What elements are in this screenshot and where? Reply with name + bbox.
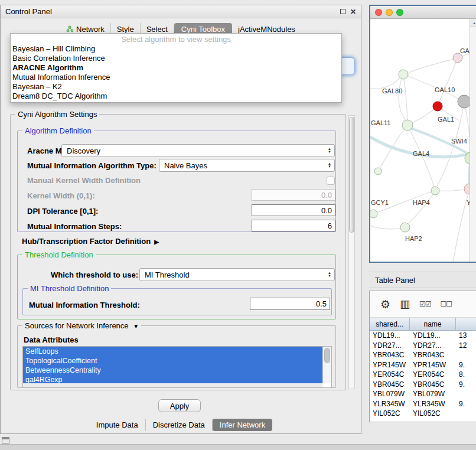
- network-node[interactable]: [374, 168, 382, 175]
- network-edge: [438, 58, 458, 106]
- table-cell: YPR145W: [370, 361, 410, 369]
- zoom-traffic-icon[interactable]: [396, 9, 403, 16]
- table-row[interactable]: YPR145WYPR145W9.: [370, 360, 476, 370]
- mi-steps-field[interactable]: 6: [252, 220, 335, 231]
- table-row[interactable]: YBL079WYBL079W: [370, 389, 476, 399]
- node-label: GCY1: [371, 199, 389, 206]
- tab-discretize-data[interactable]: Discretize Data: [146, 419, 213, 431]
- table-header-row: shared...name: [370, 318, 476, 331]
- node-label: GAL80: [382, 87, 402, 94]
- table-cell: YDR27...: [410, 341, 456, 350]
- mi-type-label: Mutual Information Algorithm Type:: [27, 161, 157, 170]
- settings-scrollbar-thumb[interactable]: [349, 117, 354, 233]
- table-toolbar: ⚙ ▥ ☑☑ ☐☐: [370, 291, 476, 318]
- tab-infer-network[interactable]: Infer Network: [213, 419, 272, 431]
- network-node[interactable]: [400, 223, 410, 232]
- kernel-width-label: Kernel Width (0,1):: [27, 191, 95, 200]
- table-cell: YIL052C: [410, 409, 456, 418]
- attributes-vscrollbar-thumb[interactable]: [324, 348, 330, 363]
- table-row[interactable]: YBR045CYBR045C9.: [370, 380, 476, 390]
- table-row[interactable]: YIL052CYIL052C: [370, 409, 476, 419]
- network-view-window: GALGAL80GAL10GAL11GAL1SWI4GAL4GCY1HAP4YH…: [369, 5, 476, 263]
- table-row[interactable]: YDR27...YDR27...12: [370, 341, 476, 351]
- table-panel-window: ⚙ ▥ ☑☑ ☐☐ shared...name YDL19...YDL19...…: [369, 291, 476, 422]
- node-label: GAL1: [438, 116, 454, 123]
- algorithm-option[interactable]: Bayesian – K2: [11, 82, 341, 92]
- attribute-item[interactable]: BetweennessCentrality: [23, 366, 322, 375]
- attribute-item[interactable]: SelfLoops: [23, 347, 322, 356]
- table-cell: YDL19...: [370, 331, 410, 340]
- table-row[interactable]: YER054CYER054C8.: [370, 370, 476, 380]
- group-title: MI Threshold Definition: [28, 284, 111, 293]
- select-all-columns-icon[interactable]: ☑☑: [419, 300, 431, 308]
- attributes-hscrollbar[interactable]: [23, 383, 322, 387]
- table-row[interactable]: YDL19...YDL19...13: [370, 331, 476, 341]
- table-body: YDL19...YDL19...13YDR27...YDR27...12YBR0…: [370, 331, 476, 422]
- table-panel-header: Table Panel: [369, 272, 476, 288]
- table-cell: YER054C: [410, 370, 456, 379]
- network-canvas[interactable]: GALGAL80GAL10GAL11GAL1SWI4GAL4GCY1HAP4YH…: [370, 19, 476, 262]
- collapse-arrow-icon[interactable]: ▼: [133, 323, 139, 330]
- table-cell: 12: [456, 341, 476, 350]
- data-attributes-listbox[interactable]: SelfLoopsTopologicalCoefficientBetweenne…: [22, 346, 332, 388]
- kernel-width-field[interactable]: 0.0: [252, 189, 335, 201]
- network-node[interactable]: [399, 70, 408, 79]
- network-node[interactable]: [433, 102, 442, 111]
- minimize-traffic-icon[interactable]: [386, 9, 393, 16]
- tab-impute-data[interactable]: Impute Data: [89, 419, 146, 431]
- restore-panel-icon[interactable]: [2, 437, 9, 444]
- float-window-icon[interactable]: [340, 9, 345, 14]
- table-row[interactable]: YLR345WYLR345W9.: [370, 399, 476, 409]
- algorithm-option[interactable]: ARACNE Algorithm: [11, 63, 341, 73]
- attribute-item[interactable]: TopologicalCoefficient: [23, 356, 322, 366]
- table-cell: YBR043C: [370, 351, 410, 359]
- column-header[interactable]: [456, 318, 476, 331]
- table-cell: YBL079W: [410, 390, 456, 398]
- sources-section-toggle[interactable]: Sources for Network Inference ▼: [22, 321, 141, 331]
- algorithm-dropdown-popup: Select algorithm to view settings Bayesi…: [10, 33, 342, 103]
- dpi-tolerance-field[interactable]: 0.0: [252, 204, 335, 216]
- show-columns-icon[interactable]: ▥: [400, 298, 410, 311]
- algorithm-option[interactable]: Dream8 DC_TDC Algorithm: [11, 92, 341, 101]
- tab-label: jActiveMNodules: [238, 25, 295, 34]
- control-panel-titlebar[interactable]: Control Panel ✕: [1, 5, 361, 18]
- expand-arrow-icon[interactable]: ▶: [154, 239, 159, 245]
- network-tab-icon: [66, 25, 73, 32]
- table-settings-icon[interactable]: ⚙: [380, 298, 390, 311]
- column-header[interactable]: shared...: [370, 318, 410, 331]
- data-attributes-list: SelfLoopsTopologicalCoefficientBetweenne…: [23, 347, 331, 384]
- network-vscrollbar[interactable]: ▲: [470, 19, 476, 262]
- network-node[interactable]: [402, 120, 413, 131]
- which-threshold-combo[interactable]: MI Threshold ▲▼: [139, 268, 335, 281]
- algorithm-option[interactable]: Mutual Information Inference: [11, 73, 341, 82]
- table-cell: YBL079W: [370, 390, 410, 398]
- hub-definition-section[interactable]: Hub/Transcription Factor Definition▶: [22, 237, 159, 246]
- tab-label: Style: [117, 25, 134, 34]
- algorithm-option[interactable]: Bayesian – Hill Climbing: [11, 44, 341, 54]
- scroll-up-icon[interactable]: ▲: [470, 19, 476, 27]
- settings-scrollbar[interactable]: [348, 115, 355, 389]
- attributes-vscrollbar[interactable]: [322, 347, 331, 383]
- close-icon[interactable]: ✕: [350, 8, 356, 15]
- manual-kernel-checkbox[interactable]: [327, 177, 335, 185]
- table-cell: YBR045C: [370, 380, 410, 389]
- aracne-mode-combo[interactable]: Discovery ▲▼: [61, 144, 335, 157]
- mi-threshold-field[interactable]: 0.5: [250, 298, 330, 310]
- apply-button[interactable]: Apply: [158, 399, 201, 412]
- network-node[interactable]: [431, 187, 439, 195]
- data-attributes-label: Data Attributes: [24, 335, 79, 344]
- deselect-all-columns-icon[interactable]: ☐☐: [441, 300, 452, 308]
- close-traffic-icon[interactable]: [375, 9, 382, 16]
- table-row[interactable]: YBR043CYBR043C: [370, 350, 476, 360]
- network-node[interactable]: [458, 95, 471, 108]
- node-label: HAP2: [405, 235, 422, 242]
- network-node[interactable]: [370, 210, 377, 218]
- network-window-titlebar[interactable]: [370, 6, 476, 19]
- network-node[interactable]: [453, 53, 462, 63]
- mi-steps-label: Mutual Information Steps:: [27, 222, 122, 231]
- table-cell: YLR345W: [370, 400, 410, 408]
- mi-threshold-label: Mutual Information Threshold:: [29, 301, 140, 309]
- algorithm-option[interactable]: Basic Correlation Inference: [11, 54, 341, 63]
- mi-type-combo[interactable]: Naive Bayes ▲▼: [159, 159, 335, 172]
- column-header[interactable]: name: [410, 318, 456, 331]
